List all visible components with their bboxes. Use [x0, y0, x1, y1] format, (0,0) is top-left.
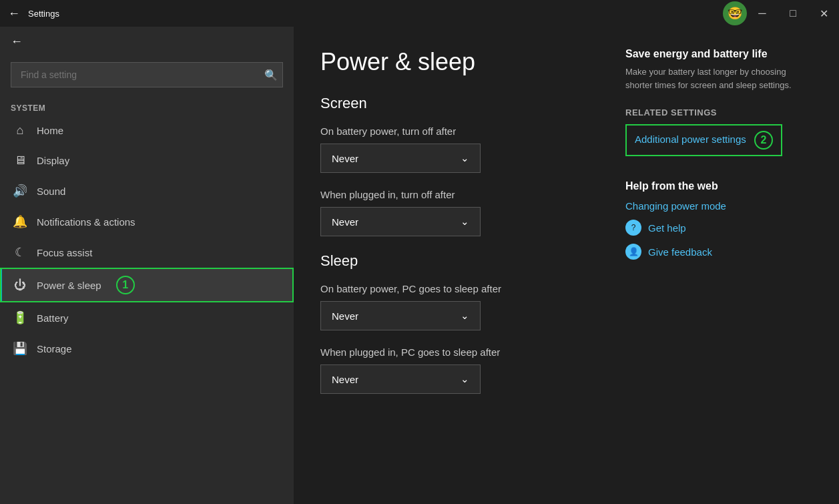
maximize-button[interactable]: □: [778, 0, 808, 27]
sidebar-item-sound[interactable]: 🔊 Sound: [0, 176, 294, 206]
sleep-battery-dropdown[interactable]: Never ⌄: [320, 301, 481, 330]
sleep-plugged-value: Never: [332, 374, 358, 385]
focus-icon: ☾: [13, 245, 27, 260]
sleep-plugged-dropdown[interactable]: Never ⌄: [320, 364, 481, 394]
notifications-icon: 🔔: [13, 214, 27, 229]
give-feedback-icon: 👤: [625, 244, 641, 260]
sleep-section-title: Sleep: [320, 252, 585, 270]
search-box: 🔍: [11, 62, 283, 87]
changing-power-mode-link[interactable]: Changing power mode: [625, 200, 812, 212]
search-icon[interactable]: 🔍: [264, 69, 278, 81]
sidebar-item-battery[interactable]: 🔋 Battery: [0, 302, 294, 333]
sidebar-item-power-label: Power & sleep: [37, 280, 101, 291]
content-area: Power & sleep Screen On battery power, t…: [294, 27, 839, 504]
screen-battery-value: Never: [332, 153, 358, 164]
battery-icon: 🔋: [13, 310, 27, 325]
give-feedback-row: 👤 Give feedback: [625, 244, 812, 260]
titlebar: ← Settings 🤓 ─ □ ✕: [0, 0, 839, 27]
sidebar-item-storage[interactable]: 💾 Storage: [0, 333, 294, 364]
screen-plugged-label: When plugged in, turn off after: [320, 189, 585, 200]
sidebar-back-arrow: ←: [11, 35, 23, 49]
related-settings-label: Related settings: [625, 107, 812, 117]
side-panel: Save energy and battery life Make your b…: [625, 48, 812, 483]
display-icon: 🖥: [13, 154, 27, 168]
sidebar-item-battery-label: Battery: [37, 312, 69, 324]
annotation-2-badge: 2: [754, 131, 773, 150]
screen-battery-dropdown[interactable]: Never ⌄: [320, 144, 481, 173]
additional-power-settings-link[interactable]: Additional power settings 2: [625, 124, 782, 156]
sound-icon: 🔊: [13, 184, 27, 198]
sidebar-item-home-label: Home: [37, 125, 63, 136]
screen-plugged-dropdown[interactable]: Never ⌄: [320, 207, 481, 236]
back-button[interactable]: ←: [8, 7, 20, 21]
additional-power-settings-text: Additional power settings: [635, 134, 746, 145]
avatar[interactable]: 🤓: [723, 1, 747, 25]
sleep-section: Sleep On battery power, PC goes to sleep…: [320, 252, 585, 394]
power-icon: ⏻: [13, 278, 27, 292]
sidebar-back[interactable]: ←: [0, 27, 294, 57]
sidebar-item-power[interactable]: ⏻ Power & sleep 1: [0, 268, 294, 302]
app-body: ← 🔍 System ⌂ Home 🖥 Display 🔊 Sound 🔔 No…: [0, 27, 839, 504]
save-energy-desc: Make your battery last longer by choosin…: [625, 65, 812, 91]
screen-section-title: Screen: [320, 95, 585, 112]
annotation-1-badge: 1: [116, 276, 135, 294]
screen-battery-chevron: ⌄: [461, 152, 469, 164]
sidebar-item-focus-label: Focus assist: [37, 247, 92, 258]
screen-battery-label: On battery power, turn off after: [320, 125, 585, 137]
help-section-title: Help from the web: [625, 180, 812, 192]
sidebar-item-notifications-label: Notifications & actions: [37, 216, 135, 228]
sleep-plugged-chevron: ⌄: [461, 373, 469, 385]
sleep-battery-value: Never: [332, 310, 358, 322]
get-help-icon: ?: [625, 220, 641, 236]
storage-icon: 💾: [13, 341, 27, 356]
screen-plugged-value: Never: [332, 216, 358, 228]
sidebar-item-storage-label: Storage: [37, 343, 72, 354]
titlebar-controls: 🤓 ─ □ ✕: [723, 0, 839, 27]
main-panel: Power & sleep Screen On battery power, t…: [320, 48, 585, 483]
sidebar-item-display-label: Display: [37, 155, 69, 166]
search-input[interactable]: [11, 62, 283, 87]
app-title: Settings: [28, 9, 59, 19]
screen-plugged-chevron: ⌄: [461, 216, 469, 228]
get-help-link[interactable]: Get help: [648, 222, 686, 234]
get-help-row: ? Get help: [625, 220, 812, 236]
home-icon: ⌂: [13, 123, 27, 138]
close-button[interactable]: ✕: [808, 0, 839, 27]
sidebar-item-home[interactable]: ⌂ Home: [0, 115, 294, 146]
save-energy-heading: Save energy and battery life: [625, 48, 812, 60]
give-feedback-link[interactable]: Give feedback: [648, 246, 712, 258]
sidebar-item-notifications[interactable]: 🔔 Notifications & actions: [0, 206, 294, 237]
sidebar-item-focus[interactable]: ☾ Focus assist: [0, 237, 294, 268]
sidebar-item-display[interactable]: 🖥 Display: [0, 146, 294, 176]
sidebar: ← 🔍 System ⌂ Home 🖥 Display 🔊 Sound 🔔 No…: [0, 27, 294, 504]
sleep-battery-label: On battery power, PC goes to sleep after: [320, 283, 585, 294]
system-label: System: [0, 98, 294, 115]
sleep-battery-chevron: ⌄: [461, 310, 469, 322]
minimize-button[interactable]: ─: [747, 0, 778, 27]
sleep-plugged-label: When plugged in, PC goes to sleep after: [320, 346, 585, 358]
sidebar-item-sound-label: Sound: [37, 186, 65, 197]
page-title: Power & sleep: [320, 48, 585, 76]
titlebar-left: ← Settings: [8, 7, 59, 21]
